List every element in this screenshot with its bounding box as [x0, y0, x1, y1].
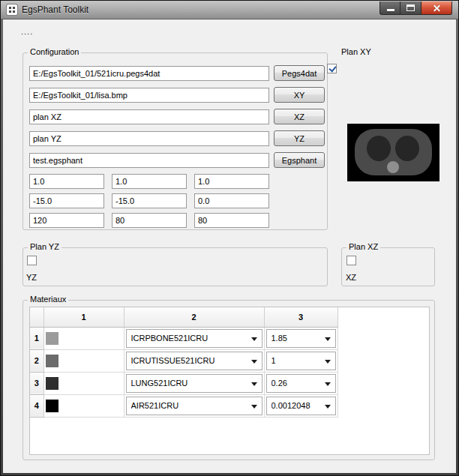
- xy-button[interactable]: XY: [274, 87, 325, 103]
- chevron-down-icon: [251, 337, 257, 341]
- material-cell: ICRUTISSUE521ICRU: [124, 349, 264, 372]
- chevron-down-icon: [251, 360, 257, 364]
- table-row: 4 AIR521ICRU: [30, 394, 338, 417]
- grid-input-2-0[interactable]: [29, 213, 104, 228]
- pegs4dat-button[interactable]: Pegs4dat: [274, 65, 325, 81]
- grid-input-0-0[interactable]: [29, 174, 104, 189]
- grid-input-2-2[interactable]: [194, 213, 269, 228]
- xy-image-path-input[interactable]: [29, 88, 269, 103]
- configuration-group-title: Configuration: [28, 47, 81, 56]
- window-icon[interactable]: [7, 4, 17, 15]
- chevron-down-icon: [325, 382, 331, 386]
- grid-input-0-1[interactable]: [112, 174, 187, 189]
- grid-input-0-2[interactable]: [194, 174, 269, 189]
- material-color-swatch: [46, 332, 58, 345]
- density-cell: 0.26: [264, 372, 338, 394]
- caption-buttons: [380, 1, 452, 15]
- row-header[interactable]: 3: [30, 372, 44, 394]
- color-cell[interactable]: [44, 394, 124, 417]
- material-select[interactable]: AIR521ICRU: [126, 397, 262, 415]
- column-header[interactable]: 2: [124, 307, 264, 327]
- chevron-down-icon: [325, 360, 331, 364]
- maximize-button[interactable]: [400, 1, 421, 15]
- column-header[interactable]: 1: [44, 307, 124, 327]
- grid-input-1-2[interactable]: [194, 193, 269, 208]
- minimize-button[interactable]: [380, 1, 400, 15]
- egsphant-button[interactable]: Egsphant: [274, 152, 325, 168]
- plan-yz-checkbox-label: YZ: [26, 273, 37, 282]
- grid-input-1-0[interactable]: [29, 193, 104, 208]
- material-color-swatch: [46, 400, 58, 412]
- plan-xz-group: Plan XZ XZ: [341, 247, 435, 286]
- chevron-down-icon: [251, 382, 257, 386]
- materials-table: 1 2 3 1 ICRPB: [29, 307, 430, 455]
- material-cell: LUNG521ICRU: [124, 372, 264, 394]
- row-header[interactable]: 1: [30, 327, 44, 349]
- row-header[interactable]: 2: [30, 349, 44, 372]
- material-color-swatch: [46, 377, 58, 390]
- plan-xy-title: Plan XY: [341, 47, 371, 56]
- table-row: 1 ICRPBONE521ICRU: [30, 327, 338, 349]
- plan-xz-name-input[interactable]: [29, 109, 269, 124]
- app-window: EgsPhant Toolkit .... Configuration Pegs…: [0, 0, 459, 476]
- density-select[interactable]: 0.26: [266, 374, 336, 393]
- table-row: 2 ICRUTISSUE521ICRU: [30, 349, 338, 372]
- window-title: EgsPhant Toolkit: [22, 4, 88, 15]
- materiaux-group-title: Materiaux: [28, 295, 68, 304]
- density-select[interactable]: 0.0012048: [266, 397, 336, 415]
- plan-yz-group: Plan YZ YZ: [22, 247, 328, 286]
- column-header[interactable]: 3: [264, 307, 338, 327]
- row-header[interactable]: 4: [30, 394, 44, 417]
- color-cell[interactable]: [44, 327, 124, 349]
- client-area: .... Configuration Pegs4dat XY XZ YZ Egs…: [3, 19, 456, 473]
- material-select[interactable]: LUNG521ICRU: [126, 374, 262, 393]
- maximize-icon: [406, 4, 415, 11]
- plan-yz-group-title: Plan YZ: [28, 242, 62, 251]
- table-corner-cell[interactable]: [30, 307, 44, 327]
- plan-xz-group-title: Plan XZ: [346, 242, 380, 251]
- close-button[interactable]: [421, 1, 452, 15]
- materiaux-group: Materiaux 1 2 3: [22, 300, 435, 460]
- configuration-group: Configuration Pegs4dat XY XZ YZ Egsphant: [22, 52, 328, 230]
- material-cell: AIR521ICRU: [124, 394, 264, 417]
- chevron-down-icon: [325, 405, 331, 409]
- density-cell: 0.0012048: [264, 394, 338, 417]
- table-header-row: 1 2 3: [30, 307, 338, 327]
- dots-label: ....: [21, 27, 33, 36]
- color-cell[interactable]: [44, 349, 124, 372]
- density-select[interactable]: 1.85: [266, 329, 336, 348]
- title-bar[interactable]: EgsPhant Toolkit: [1, 1, 458, 19]
- color-cell[interactable]: [44, 372, 124, 394]
- close-icon: [433, 4, 441, 12]
- grid-input-1-1[interactable]: [112, 193, 187, 208]
- egsphant-output-input[interactable]: [29, 153, 269, 168]
- material-color-swatch: [46, 355, 58, 367]
- grid-input-2-1[interactable]: [112, 213, 187, 228]
- material-select[interactable]: ICRUTISSUE521ICRU: [126, 352, 262, 370]
- pegs4dat-path-input[interactable]: [29, 66, 269, 81]
- minimize-icon: [387, 9, 394, 11]
- plan-xy-checkbox[interactable]: [327, 64, 337, 73]
- yz-button[interactable]: YZ: [274, 130, 325, 146]
- table-row: 3 LUNG521ICRU: [30, 372, 338, 394]
- chevron-down-icon: [251, 405, 257, 409]
- xz-button[interactable]: XZ: [274, 109, 325, 124]
- material-select[interactable]: ICRPBONE521ICRU: [126, 329, 262, 348]
- chevron-down-icon: [325, 337, 331, 341]
- density-cell: 1: [264, 349, 338, 372]
- ct-axial-image: [347, 124, 440, 181]
- density-select[interactable]: 1: [266, 352, 336, 370]
- plan-yz-name-input[interactable]: [29, 131, 269, 146]
- density-cell: 1.85: [264, 327, 338, 349]
- plan-xz-checkbox-label: XZ: [346, 273, 356, 282]
- material-cell: ICRPBONE521ICRU: [124, 327, 264, 349]
- plan-yz-checkbox[interactable]: [27, 256, 37, 265]
- plan-xz-checkbox[interactable]: [346, 256, 356, 265]
